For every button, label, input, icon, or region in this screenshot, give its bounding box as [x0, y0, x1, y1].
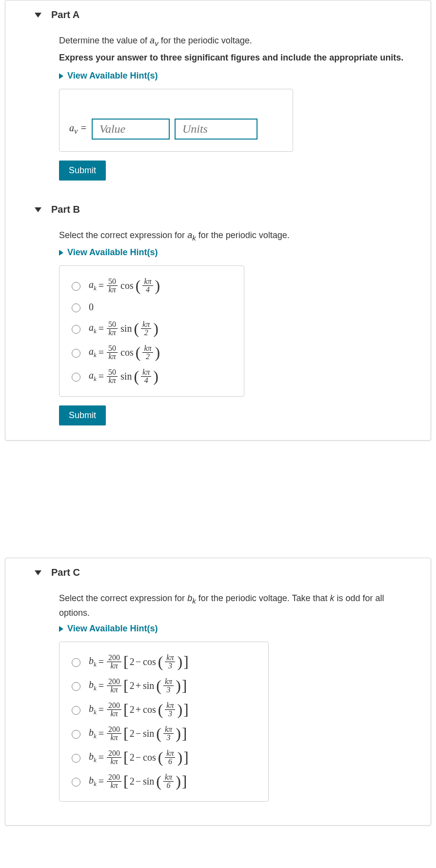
option-row[interactable]: bk =200kπ[2 − cos(kπ6)]	[69, 746, 258, 769]
radio-input[interactable]	[72, 706, 80, 715]
option-expression: ak =50kπcos(kπ2)	[89, 344, 160, 361]
option-expression: bk =200kπ[2 − cos(kπ3)]	[89, 654, 189, 670]
part-b-options: ak =50kπcos(kπ4)0ak =50kπsin(kπ2)ak =50k…	[59, 265, 244, 397]
part-b-hints-toggle[interactable]: View Available Hint(s)	[59, 247, 158, 258]
radio-input[interactable]	[72, 373, 80, 382]
radio-input[interactable]	[72, 325, 80, 334]
radio-input[interactable]	[72, 778, 80, 787]
part-a-header[interactable]: Part A	[5, 0, 431, 25]
option-row[interactable]: ak =50kπcos(kπ2)	[69, 341, 234, 364]
spacer	[0, 445, 436, 558]
part-c-body: Select the correct expression for bk for…	[5, 583, 431, 825]
chevron-down-icon	[35, 13, 41, 18]
part-c-instruction: Select the correct expression for bk for…	[59, 592, 416, 620]
option-expression: 0	[89, 302, 94, 313]
part-c-header[interactable]: Part C	[5, 558, 431, 583]
part-a-title: Part A	[51, 9, 79, 20]
option-row[interactable]: 0	[69, 298, 234, 317]
part-a-instruction: Determine the value of av for the period…	[59, 34, 416, 49]
option-row[interactable]: bk =200kπ[2 − sin(kπ6)]	[69, 769, 258, 793]
card-c: Part C Select the correct expression for…	[5, 558, 431, 826]
option-expression: bk =200kπ[2 − sin(kπ3)]	[89, 726, 187, 742]
option-expression: bk =200kπ[2 + cos(kπ3)]	[89, 702, 189, 718]
part-a-submit-button[interactable]: Submit	[59, 161, 106, 181]
option-row[interactable]: bk =200kπ[2 − cos(kπ3)]	[69, 650, 258, 674]
option-expression: ak =50kπsin(kπ2)	[89, 321, 159, 337]
option-expression: bk =200kπ[2 − cos(kπ6)]	[89, 749, 189, 766]
part-b-header[interactable]: Part B	[5, 195, 431, 220]
option-expression: ak =50kπsin(kπ4)	[89, 368, 159, 384]
option-row[interactable]: bk =200kπ[2 + cos(kπ3)]	[69, 698, 258, 722]
part-b-title: Part B	[51, 204, 80, 215]
option-row[interactable]: bk =200kπ[2 − sin(kπ3)]	[69, 722, 258, 746]
option-expression: bk =200kπ[2 − sin(kπ6)]	[89, 773, 187, 789]
part-c-options: bk =200kπ[2 − cos(kπ3)]bk =200kπ[2 + sin…	[59, 642, 269, 802]
radio-input[interactable]	[72, 658, 80, 667]
part-b-submit-button[interactable]: Submit	[59, 405, 106, 425]
part-c-hints-toggle[interactable]: View Available Hint(s)	[59, 624, 158, 634]
option-row[interactable]: ak =50kπsin(kπ2)	[69, 317, 234, 341]
units-input[interactable]	[175, 119, 258, 140]
radio-input[interactable]	[72, 754, 80, 763]
part-a-hints-label: View Available Hint(s)	[67, 71, 158, 81]
radio-input[interactable]	[72, 303, 80, 312]
chevron-right-icon	[59, 626, 63, 632]
radio-input[interactable]	[72, 682, 80, 691]
part-a-answer-box: av =	[59, 89, 293, 152]
chevron-down-icon	[35, 207, 41, 212]
part-c-title: Part C	[51, 567, 80, 578]
part-b-body: Select the correct expression for ak for…	[5, 220, 431, 440]
option-row[interactable]: bk =200kπ[2 + sin(kπ3)]	[69, 674, 258, 698]
value-input[interactable]	[92, 119, 170, 140]
option-row[interactable]: ak =50kπsin(kπ4)	[69, 364, 234, 388]
av-label: av =	[69, 122, 87, 136]
option-row[interactable]: ak =50kπcos(kπ4)	[69, 274, 234, 298]
option-expression: ak =50kπcos(kπ4)	[89, 278, 160, 294]
card-ab: Part A Determine the value of av for the…	[5, 0, 431, 441]
radio-input[interactable]	[72, 282, 80, 291]
part-b-hints-label: View Available Hint(s)	[67, 247, 158, 258]
radio-input[interactable]	[72, 349, 80, 358]
option-expression: bk =200kπ[2 + sin(kπ3)]	[89, 678, 187, 694]
chevron-down-icon	[35, 570, 41, 575]
part-a-body: Determine the value of av for the period…	[5, 25, 431, 195]
part-c-hints-label: View Available Hint(s)	[67, 624, 158, 634]
part-a-directive: Express your answer to three significant…	[59, 53, 416, 63]
part-a-hints-toggle[interactable]: View Available Hint(s)	[59, 71, 158, 81]
radio-input[interactable]	[72, 730, 80, 739]
chevron-right-icon	[59, 250, 63, 256]
part-b-instruction: Select the correct expression for ak for…	[59, 229, 416, 243]
chevron-right-icon	[59, 73, 63, 79]
